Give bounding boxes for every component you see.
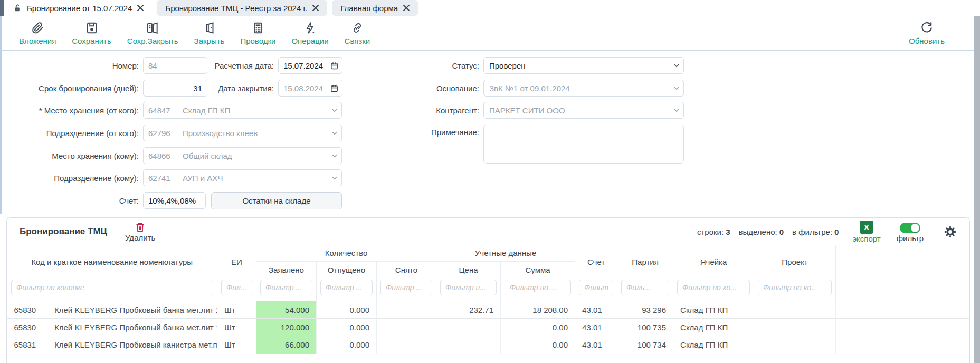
close-icon[interactable] [137, 5, 144, 11]
table-row[interactable]: 65831 Клей KLEYBERG Пробковый канистра м… [7, 336, 970, 354]
department-from-label: Подразделение (от кого): [6, 129, 139, 138]
lock-open-icon [13, 4, 22, 13]
links-button[interactable]: Связки [337, 21, 378, 45]
filter-input-unit[interactable] [221, 280, 252, 295]
close-button[interactable]: Закрыть [186, 21, 233, 45]
cell-spacer [836, 336, 969, 354]
cell-project [754, 336, 836, 354]
chain-icon [350, 21, 364, 35]
delete-row-button[interactable]: Удалить [125, 222, 155, 242]
column-header-price[interactable]: Цена [436, 261, 501, 279]
door-icon [203, 21, 216, 35]
floppy-icon [85, 21, 99, 35]
tab-document[interactable]: Бронирование от 15.07.2024 [4, 0, 152, 16]
number-field[interactable] [143, 57, 207, 74]
close-icon[interactable] [403, 5, 410, 11]
column-header-nomenclature[interactable]: Код и краткое наименование номенклатуры [7, 245, 217, 279]
toggle-on-icon[interactable] [900, 223, 920, 233]
filter-input-released[interactable] [320, 280, 373, 295]
selected-count: выделено:0 [739, 227, 784, 236]
save-close-button[interactable]: Сохр.Закрыть [119, 21, 186, 45]
column-header-released[interactable]: Отпущено [317, 261, 377, 279]
tab-registry[interactable]: Бронирование ТМЦ - Реестр за 2024 г. [157, 0, 327, 16]
table-row[interactable]: 65830 Клей KLEYBERG Пробковый банка мет.… [7, 319, 970, 336]
tmc-grid: Код и краткое наименование номенклатуры … [7, 245, 969, 354]
column-header-project[interactable]: Проект [754, 245, 836, 279]
storage-from-label: * Место хранения (от кого): [6, 106, 139, 115]
tab-main-form[interactable]: Главная форма [332, 0, 418, 16]
status-select[interactable]: Проверен [483, 57, 684, 74]
storage-to-combo[interactable]: 64866 Общий склад [143, 147, 342, 164]
column-header-requested[interactable]: Заявлено [256, 261, 317, 279]
column-header-removed[interactable]: Снято [377, 261, 436, 279]
stock-remainder-button[interactable]: Остатки на складе [211, 192, 342, 209]
chevron-down-icon[interactable] [670, 62, 683, 69]
cell-spacer [836, 301, 969, 319]
filter-input-project[interactable] [758, 280, 832, 295]
contractor-combo[interactable]: ПАРКЕТ СИТИ ООО [483, 102, 684, 119]
filter-input-requested[interactable] [260, 280, 312, 295]
cell-price: 232.71 [436, 301, 501, 319]
operations-button[interactable]: Операции [283, 21, 336, 45]
cell-removed [377, 336, 436, 354]
chevron-down-icon[interactable] [328, 107, 341, 114]
postings-button[interactable]: Проводки [232, 21, 283, 45]
cell-released: 0.000 [317, 336, 377, 354]
filter-input-account[interactable] [579, 280, 613, 295]
cell-account: 43.01 [575, 301, 617, 319]
filter-input-removed[interactable] [380, 280, 432, 295]
close-date-field[interactable]: 15.08.2024 [278, 80, 342, 97]
grid-spacer-column [836, 245, 969, 301]
cell-storage-cell: Склад ГП КП [673, 319, 754, 336]
filter-input-price[interactable] [440, 280, 497, 295]
column-header-unit[interactable]: ЕИ [217, 245, 256, 279]
calc-date-field[interactable]: 15.07.2024 [278, 57, 342, 74]
cell-code: 65831 [7, 336, 47, 354]
chevron-down-icon[interactable] [328, 129, 341, 137]
department-from-combo[interactable]: 62796 Производство клеев [143, 125, 342, 141]
table-row[interactable]: 65830 Клей KLEYBERG Пробковый банка мет.… [7, 301, 970, 319]
cell-unit: Шт [217, 301, 256, 319]
storage-from-combo[interactable]: 64847 Склад ГП КП [143, 102, 342, 119]
note-field[interactable] [483, 125, 684, 164]
cell-project [754, 301, 836, 319]
column-header-cell[interactable]: Ячейка [673, 245, 754, 279]
cell-sum: 0.00 [501, 336, 575, 354]
department-to-combo[interactable]: 62741 АУП и АХЧ [143, 169, 342, 186]
column-header-sum[interactable]: Сумма [501, 261, 575, 279]
attachments-button[interactable]: Вложения [11, 21, 64, 45]
cell-batch: 100 735 [617, 319, 673, 336]
tab-label: Главная форма [340, 4, 398, 13]
column-header-batch[interactable]: Партия [617, 245, 673, 279]
cell-batch: 93 296 [617, 301, 673, 319]
excel-export-button[interactable]: X экспорт [852, 221, 880, 243]
filter-input-sum[interactable] [505, 280, 571, 295]
chevron-down-icon[interactable] [328, 152, 341, 159]
chevron-down-icon[interactable] [670, 107, 683, 114]
filter-input-batch[interactable] [621, 280, 669, 295]
save-button[interactable]: Сохранить [64, 21, 119, 45]
basis-combo[interactable]: ЗвК №1 от 09.01.2024 [483, 80, 684, 97]
chevron-down-icon[interactable] [328, 174, 341, 182]
close-icon[interactable] [312, 5, 319, 11]
filter-toggle[interactable]: фильтр [897, 221, 924, 243]
refresh-button[interactable]: Обновить [901, 21, 953, 45]
column-header-account[interactable]: Счет [575, 245, 617, 279]
calendar-icon[interactable] [330, 84, 339, 93]
chevron-down-icon[interactable] [670, 84, 683, 92]
filtered-count: в фильтре:0 [792, 227, 839, 236]
cell-requested: 66.000 [256, 336, 317, 354]
cell-account: 43.01 [575, 336, 617, 354]
reserve-days-field[interactable] [143, 80, 207, 97]
cell-project [754, 319, 836, 336]
cell-storage-cell: Склад ГП КП [673, 336, 754, 354]
account-field[interactable] [143, 192, 206, 209]
calendar-icon[interactable] [330, 61, 339, 70]
cell-price [436, 336, 501, 354]
filter-input-cell[interactable] [677, 280, 750, 295]
grid-settings-button[interactable] [944, 225, 957, 238]
vertical-scrollbar[interactable] [974, 16, 980, 363]
filter-input-nomenclature[interactable] [11, 280, 213, 295]
tab-bar: Бронирование от 15.07.2024 Бронирование … [0, 0, 980, 16]
scrollbar-thumb[interactable] [974, 16, 980, 363]
